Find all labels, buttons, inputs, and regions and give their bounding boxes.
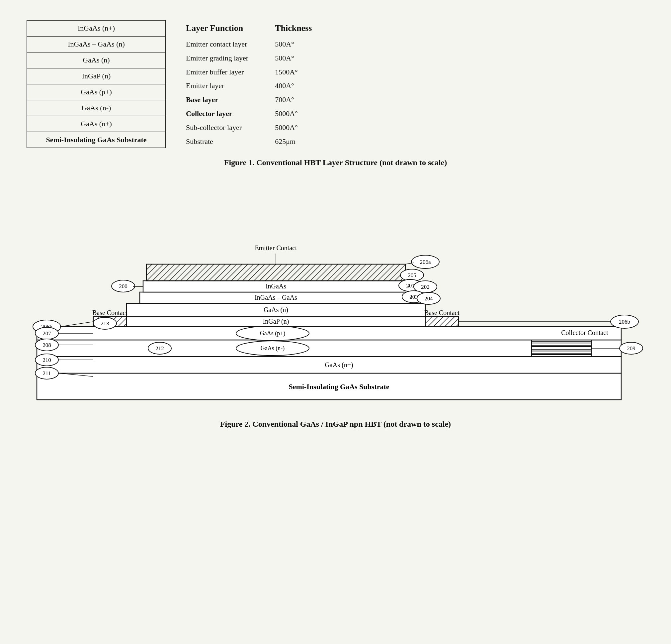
svg-text:GaAs (n): GaAs (n) (264, 306, 288, 314)
layer-thickness: 700A° (275, 93, 312, 107)
layer-material: InGaAs (n+) (27, 20, 166, 36)
layer-function: Emitter grading layer (186, 51, 248, 65)
svg-text:Base Contact: Base Contact (92, 309, 127, 317)
svg-text:GaAs (n-): GaAs (n-) (260, 345, 284, 352)
layer-material: GaAs (n) (27, 52, 166, 68)
thickness-header: Thickness (275, 23, 312, 33)
layer-material: InGaP (n) (27, 68, 166, 84)
svg-text:207: 207 (42, 330, 51, 337)
figure1-container: InGaAs (n+)InGaAs – GaAs (n)GaAs (n)InGa… (27, 20, 644, 148)
svg-text:206a: 206a (420, 259, 431, 265)
svg-text:212: 212 (155, 345, 164, 351)
layer-material: GaAs (p+) (27, 84, 166, 100)
layer-thickness: 625μm (275, 135, 312, 149)
svg-text:Collector Contact: Collector Contact (561, 329, 608, 336)
layer-material: InGaAs – GaAs (n) (27, 36, 166, 52)
layer-material: GaAs (n+) (27, 116, 166, 132)
layer-material: Semi-Insulating GaAs Substrate (27, 132, 166, 148)
layer-material: GaAs (n-) (27, 100, 166, 116)
layer-thickness: 5000A° (275, 121, 312, 135)
svg-text:InGaAs: InGaAs (265, 283, 286, 290)
figure2-area: Semi-Insulating GaAs Substrate GaAs (n+)… (27, 181, 644, 413)
svg-text:213: 213 (101, 320, 109, 327)
layer-thickness: 500A° (275, 51, 312, 65)
layer-function: Substrate (186, 135, 248, 149)
svg-rect-5 (37, 327, 621, 340)
svg-rect-18 (147, 264, 405, 281)
svg-text:InGaP (n): InGaP (n) (263, 318, 289, 325)
svg-text:206b: 206b (619, 319, 630, 325)
svg-text:211: 211 (42, 370, 51, 376)
layer-function: Collector layer (186, 107, 248, 121)
svg-text:209: 209 (627, 345, 635, 351)
svg-text:202: 202 (421, 284, 430, 290)
svg-text:201: 201 (406, 283, 415, 289)
layer-thickness: 1500A° (275, 65, 312, 79)
svg-text:205: 205 (408, 272, 416, 278)
layer-function: Emitter layer (186, 79, 248, 93)
layer-table: InGaAs (n+)InGaAs – GaAs (n)GaAs (n)InGa… (27, 20, 166, 148)
layer-info: Layer Function Emitter contact layerEmit… (186, 20, 312, 148)
svg-text:InGaAs – GaAs: InGaAs – GaAs (255, 294, 297, 301)
svg-text:Semi-Insulating GaAs Substrate: Semi-Insulating GaAs Substrate (289, 383, 389, 391)
svg-text:203: 203 (409, 294, 418, 300)
svg-text:210: 210 (42, 357, 51, 363)
svg-line-53 (60, 322, 93, 327)
function-column: Layer Function Emitter contact layerEmit… (186, 23, 248, 148)
layer-thickness: 500A° (275, 37, 312, 51)
svg-text:200: 200 (119, 283, 127, 289)
svg-text:Base Contact: Base Contact (424, 309, 459, 317)
figure1-caption: Figure 1. Conventional HBT Layer Structu… (27, 158, 644, 167)
layer-thickness: 5000A° (275, 107, 312, 121)
svg-rect-24 (532, 340, 591, 357)
layer-function: Emitter buffer layer (186, 65, 248, 79)
svg-rect-23 (425, 316, 458, 327)
svg-text:Emitter Contact: Emitter Contact (255, 244, 297, 251)
svg-text:GaAs (n+): GaAs (n+) (325, 361, 353, 369)
layer-function: Sub-collector layer (186, 121, 248, 135)
svg-text:GaAs (p+): GaAs (p+) (259, 330, 285, 337)
thickness-column: Thickness 500A°500A°1500A°400A°700A°5000… (275, 23, 312, 148)
layer-thickness: 400A° (275, 79, 312, 93)
layer-function: Emitter contact layer (186, 37, 248, 51)
function-header: Layer Function (186, 23, 248, 33)
figure2-caption: Figure 2. Conventional GaAs / InGaP npn … (27, 420, 644, 429)
layer-function: Base layer (186, 93, 248, 107)
svg-text:208: 208 (42, 342, 51, 348)
svg-text:204: 204 (424, 295, 433, 302)
